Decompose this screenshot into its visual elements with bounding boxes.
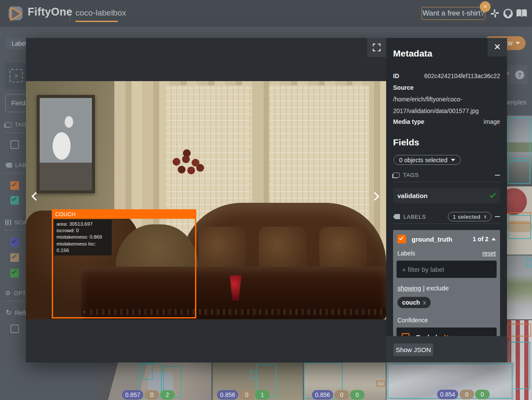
gear-icon: ⚙: [5, 290, 11, 296]
chevron-up-icon: [491, 238, 496, 240]
fiftyone-app: FiftyOne coco-labelbox Want a free t-shi…: [0, 0, 532, 400]
field-count-toggle[interactable]: 1 of 2: [472, 236, 496, 243]
check-icon: [12, 238, 16, 243]
objects-selected-dropdown[interactable]: 0 objects selected: [393, 155, 461, 165]
app-title: FiftyOne: [28, 6, 72, 18]
bounding-box: [251, 370, 257, 379]
fullscreen-icon: [373, 44, 381, 51]
tooltip-line: iscrowd: 0: [57, 227, 109, 234]
source-label: Source: [393, 84, 413, 91]
showing-toggle[interactable]: showing: [397, 284, 421, 292]
add-stage-button[interactable]: >: [9, 69, 23, 82]
refresh-icon: ↻: [6, 308, 12, 317]
fullscreen-button[interactable]: [367, 38, 386, 57]
couch-bounding-box[interactable]: COUCH area: 30513.697 iscrowd: 0 mistake…: [52, 209, 196, 318]
bounding-box: [376, 381, 385, 387]
confidence-badge: 0.856: [312, 390, 333, 400]
metadata-heading: Metadata: [393, 48, 432, 59]
scalar-checkbox-3[interactable]: [10, 269, 19, 277]
exclude-toggle[interactable]: exclude: [426, 284, 449, 292]
field-checkbox[interactable]: [397, 235, 406, 243]
check-icon: [12, 254, 16, 258]
id-label: ID: [393, 72, 399, 79]
sidebar-tag-checkbox[interactable]: [10, 140, 19, 149]
fields-heading: Fields: [393, 137, 419, 148]
check-icon: [490, 192, 496, 198]
tag-row-validation[interactable]: validation: [393, 188, 500, 203]
slack-icon[interactable]: [490, 9, 500, 18]
docs-icon[interactable]: [516, 9, 527, 18]
sample-viewer: COUCH area: 30513.697 iscrowd: 0 mistake…: [26, 38, 386, 362]
dataset-underline: [76, 21, 118, 22]
source-path-line: 2017/validation/data/001577.jpg: [393, 107, 479, 114]
divider: [393, 224, 500, 224]
bounding-box: [507, 324, 531, 337]
photo-flowers: [173, 158, 180, 166]
bounding-box: [142, 362, 153, 380]
grid-thumbnail[interactable]: [507, 255, 532, 319]
ground-truth-filter-card: ground_truth 1 of 2 Labels reset showing…: [393, 230, 500, 336]
label-tag-icon: [5, 163, 12, 168]
clear-selection-icon[interactable]: x: [484, 214, 487, 220]
bounding-box: [508, 215, 531, 239]
tshirt-dismiss-icon[interactable]: ×: [480, 1, 491, 12]
labels-filter-label: Labels: [397, 250, 415, 257]
tooltip-line: mistakenness: 0.869: [57, 234, 109, 240]
check-icon: [12, 182, 16, 186]
check-icon: [12, 269, 16, 274]
check-icon: [12, 196, 16, 201]
selected-filter-pill[interactable]: 1 selected x: [448, 212, 491, 221]
thumb-detail: [507, 188, 527, 215]
show-json-button[interactable]: Show JSON: [393, 343, 433, 356]
count-badge: 0: [239, 390, 254, 400]
reset-link[interactable]: reset: [482, 250, 496, 257]
count-badge: 0: [334, 390, 349, 400]
app-header: FiftyOne coco-labelbox Want a free t-shi…: [0, 0, 532, 27]
bounding-box: [526, 258, 531, 268]
confidence-badge: 0.854: [437, 390, 458, 399]
showing-exclude-row: showing | exclude: [397, 284, 496, 292]
remove-chip-icon[interactable]: x: [423, 299, 426, 306]
image-stack-icon: [393, 173, 400, 178]
predictions-checkbox[interactable]: [10, 196, 19, 205]
collapse-icon[interactable]: [495, 216, 500, 217]
collapse-icon[interactable]: [495, 175, 500, 176]
grid-thumbnail[interactable]: [507, 116, 532, 186]
field-header-row: ground_truth 1 of 2: [397, 235, 496, 243]
confidence-badge: 0.856: [217, 390, 238, 400]
tooltip-line: mistakenness loc: 0.156: [57, 241, 109, 254]
chevron-down-icon: [516, 42, 520, 44]
photo-picture-frame: [37, 95, 95, 193]
dataset-name[interactable]: coco-labelbox: [76, 8, 126, 18]
confidence-label: Confidence: [397, 317, 496, 324]
tshirt-banner-button[interactable]: Want a free t-shirt?: [422, 7, 485, 20]
bounding-box: [508, 117, 530, 159]
couch-label: COUCH: [53, 211, 195, 219]
scalar-checkbox-1[interactable]: [10, 238, 19, 246]
toggle-divider: |: [423, 284, 425, 292]
count-badge: 0: [350, 390, 365, 400]
scalar-checkbox-2[interactable]: [10, 253, 19, 262]
confidence-exclude-row: Exclude None: [397, 328, 497, 336]
ground-truth-checkbox[interactable]: [10, 181, 19, 190]
count-badge: 2: [160, 390, 175, 400]
image-stack-icon: [5, 122, 12, 127]
exclude-checkbox[interactable]: [402, 333, 409, 336]
sample-sidebar: × Metadata ID 602c4242104fef113ac36c22 S…: [386, 38, 507, 362]
divider: [4, 132, 27, 133]
modal-footer: Show JSON: [386, 336, 507, 362]
filter-by-label-input[interactable]: [397, 261, 497, 278]
bounding-box: [508, 161, 530, 184]
divider: [4, 173, 27, 173]
grid-thumbnail[interactable]: [507, 186, 532, 255]
check-icon: [399, 236, 404, 240]
fiftyone-logo-icon[interactable]: [5, 3, 26, 24]
view-dropdown-label: w: [507, 39, 513, 47]
label-tag-icon: [393, 214, 400, 219]
close-modal-icon[interactable]: ×: [488, 38, 507, 57]
github-icon[interactable]: [503, 8, 513, 19]
option-checkbox[interactable]: [10, 324, 19, 333]
help-icon[interactable]: ?: [515, 70, 524, 79]
count-badge: 1: [255, 390, 270, 400]
label-chip-couch[interactable]: couch x: [397, 297, 431, 308]
